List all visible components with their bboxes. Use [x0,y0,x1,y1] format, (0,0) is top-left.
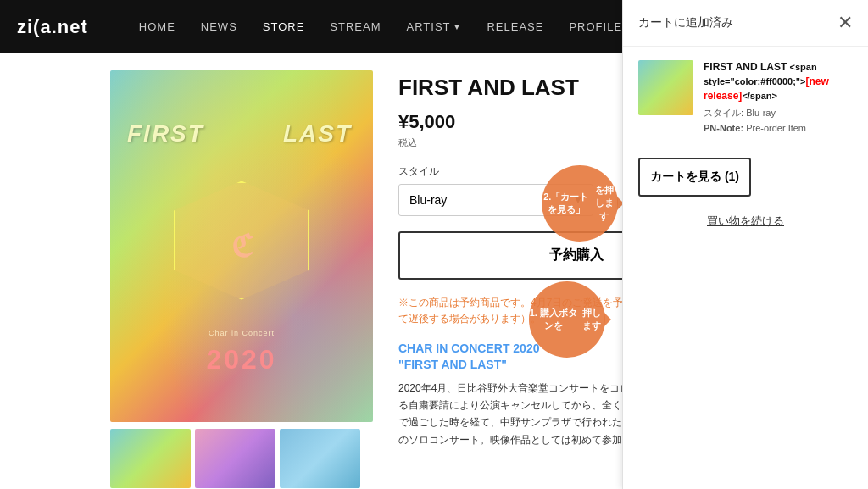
continue-shopping-button[interactable]: 買い物を続ける [623,207,868,236]
thumbnail-2[interactable] [195,429,275,488]
product-image-section: FIRST LAST ℭ Char in Concert 2020 [110,70,373,488]
cart-sidebar: カートに追加済み ✕ FIRST AND LAST <span style="c… [622,0,868,489]
main-nav: HOME NEWS STORE STREAM ARTIST ▼ RELEASE … [139,20,622,33]
thumbnail-1[interactable] [110,429,191,488]
cart-item-details: FIRST AND LAST <span style="color:#ff000… [704,60,853,133]
cart-item-style: スタイル: Blu-ray [704,107,853,119]
main-product-image: FIRST LAST ℭ Char in Concert 2020 [110,70,373,422]
char-logo: ℭ [231,229,253,264]
year-text: 2020 [206,344,276,375]
nav-artist[interactable]: ARTIST ▼ [407,20,462,33]
nav-store[interactable]: STORE [263,20,305,33]
concert-text-small: Char in Concert [209,329,275,337]
balloon-purchase: 1. 購入ボタンを 押します [529,281,605,358]
cart-added-text: カートに追加済み [638,15,733,31]
chevron-down-icon: ▼ [453,23,462,31]
thumbnail-strip [110,429,373,488]
view-cart-button[interactable]: カートを見る (1) [638,158,751,197]
product-text-first: FIRST [127,121,204,147]
nav-stream[interactable]: STREAM [330,20,381,33]
thumbnail-3[interactable] [280,429,360,488]
cart-header: カートに追加済み ✕ [623,0,868,47]
nav-release[interactable]: RELEASE [487,20,543,33]
cart-item-pn: PN-Note: Pre-order Item [704,123,853,133]
nav-profile[interactable]: PROFILE [569,20,622,33]
main-content: FIRST LAST ℭ Char in Concert 2020 FIRST … [0,53,868,489]
nav-news[interactable]: NEWS [201,20,237,33]
cart-item-title: FIRST AND LAST <span style="color:#ff000… [704,60,853,103]
balloon-view-cart: 2.「カートを見る」 を押します [542,165,618,242]
cart-item: FIRST AND LAST <span style="color:#ff000… [623,47,868,147]
logo[interactable]: zi(a.net [17,16,88,38]
cart-close-button[interactable]: ✕ [837,14,853,32]
cart-item-thumbnail [638,60,693,115]
nav-home[interactable]: HOME [139,20,175,33]
product-text-last: LAST [283,121,352,147]
